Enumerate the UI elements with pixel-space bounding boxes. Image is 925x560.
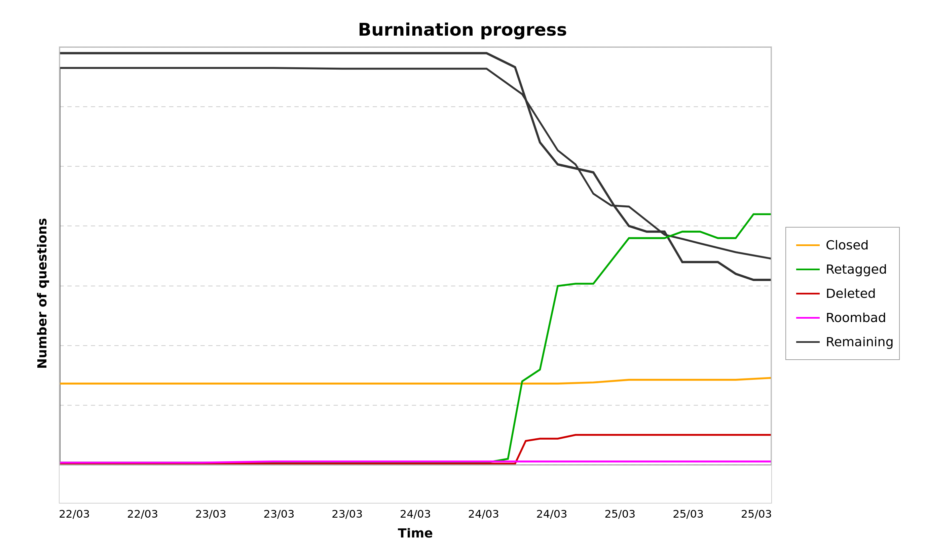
legend-label-roombad: Roombad xyxy=(826,310,886,325)
retagged-line xyxy=(60,214,771,462)
legend-label-deleted: Deleted xyxy=(826,286,876,301)
closed-line xyxy=(60,378,771,384)
legend-line-retagged xyxy=(796,269,820,270)
y-axis-label: Number of questions xyxy=(35,218,50,369)
legend-item-deleted: Deleted xyxy=(796,286,889,301)
legend-line-roombad xyxy=(796,317,820,319)
chart-container: Burnination progress Number of questions xyxy=(25,20,900,540)
svg-rect-16 xyxy=(60,47,771,465)
chart-plot-area: 0 50 100 150 200 250 300 350 xyxy=(59,47,772,503)
deleted-line xyxy=(60,435,771,464)
x-axis-label: Time xyxy=(59,526,772,540)
chart-title: Burnination progress xyxy=(358,20,567,40)
legend-line-deleted xyxy=(796,293,820,294)
x-axis-ticks: 22/03 22/03 23/03 23/03 23/03 24/03 24/0… xyxy=(59,507,772,520)
chart-svg: 0 50 100 150 200 250 300 350 xyxy=(60,47,771,503)
legend-item-retagged: Retagged xyxy=(796,262,889,277)
legend-line-closed xyxy=(796,245,820,246)
legend-item-roombad: Roombad xyxy=(796,310,889,325)
legend-label-closed: Closed xyxy=(826,238,869,252)
legend-label-remaining: Remaining xyxy=(826,335,894,349)
legend-line-remaining xyxy=(796,341,820,343)
legend-label-retagged: Retagged xyxy=(826,262,887,277)
legend-item-remaining: Remaining xyxy=(796,335,889,349)
chart-legend: Closed Retagged Deleted Roombad Remainin… xyxy=(785,227,900,360)
legend-item-closed: Closed xyxy=(796,238,889,252)
